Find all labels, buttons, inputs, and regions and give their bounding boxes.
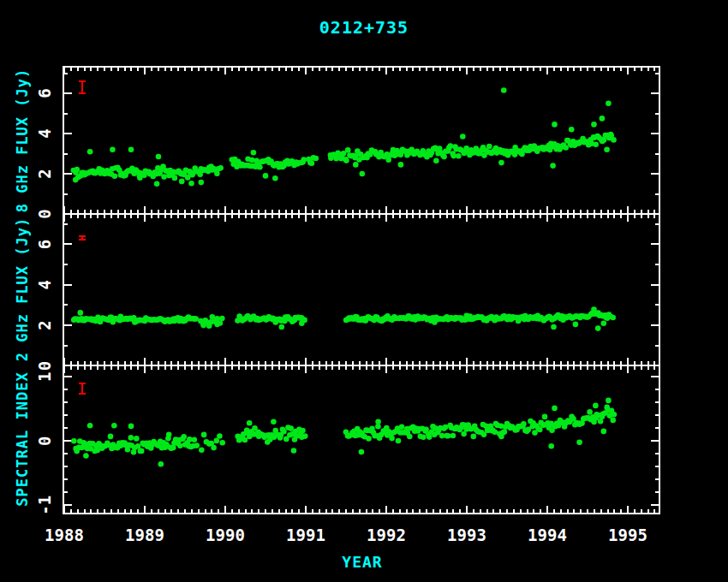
y-tick-label: 0 bbox=[35, 209, 54, 218]
error-bar-spectral_index bbox=[79, 383, 86, 394]
y-tick-label: 1 bbox=[35, 371, 54, 381]
y-tick-label: -1 bbox=[35, 496, 54, 515]
scatter-points-flux8 bbox=[71, 87, 617, 187]
y-tick-label: 4 bbox=[35, 280, 54, 289]
y-tick-label: 6 bbox=[35, 88, 54, 98]
error-bar-flux8 bbox=[79, 81, 86, 93]
scatter-points-flux2 bbox=[71, 306, 616, 331]
y-tick-label: 0 bbox=[35, 361, 54, 371]
y-tick-label: 6 bbox=[35, 240, 54, 249]
x-tick-label: 1994 bbox=[528, 526, 567, 544]
x-tick-labels: 19881989199019911992199319941995 bbox=[45, 526, 647, 544]
x-tick-label: 1995 bbox=[608, 526, 647, 544]
y-tick-label: 4 bbox=[35, 128, 54, 138]
scatter-points-spectral_index bbox=[71, 398, 617, 467]
x-tick-label: 1989 bbox=[125, 526, 164, 544]
plot-window: { "title": "0212+735", "xlabel": "YEAR",… bbox=[0, 0, 728, 582]
y-tick-label: 2 bbox=[35, 169, 54, 178]
plot-canvas: 1988198919901991199219931994199502460246… bbox=[0, 0, 728, 582]
x-tick-label: 1992 bbox=[367, 526, 406, 544]
y-tick-label: 2 bbox=[35, 320, 54, 330]
x-tick-label: 1991 bbox=[286, 526, 325, 544]
error-bar-flux2 bbox=[79, 236, 86, 240]
x-tick-label: 1988 bbox=[45, 526, 84, 544]
x-tick-label: 1990 bbox=[206, 526, 245, 544]
y-tick-label: 0 bbox=[35, 436, 54, 445]
x-tick-label: 1993 bbox=[447, 526, 486, 544]
